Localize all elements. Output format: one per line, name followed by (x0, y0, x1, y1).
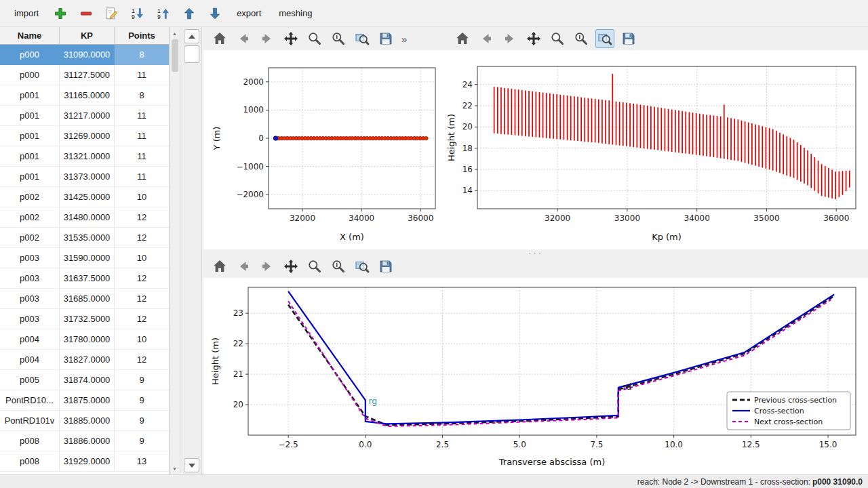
pan-button[interactable] (524, 29, 543, 48)
back-button[interactable] (234, 257, 253, 276)
table-row[interactable]: p00331732.500012 (0, 309, 169, 329)
table-row[interactable]: p00031090.00008 (0, 45, 169, 65)
zoom-original-button[interactable] (329, 29, 348, 48)
back-button[interactable] (234, 29, 253, 48)
move-down-button[interactable] (206, 5, 224, 22)
table-row[interactable]: p00431827.000012 (0, 350, 169, 370)
table-scrollbar-thumb[interactable] (172, 39, 178, 72)
scroll-down-arrow-icon[interactable]: ▼ (170, 464, 180, 473)
table-scrollbar[interactable]: ▲ ▼ (170, 27, 180, 474)
table-row[interactable]: p00231425.000010 (0, 187, 169, 207)
forward-button[interactable] (258, 257, 277, 276)
table-cell: p002 (0, 187, 60, 207)
move-up-button[interactable] (180, 5, 198, 22)
table-row[interactable]: p00531874.00009 (0, 370, 169, 390)
svg-text:10.0: 10.0 (665, 440, 683, 449)
table-row[interactable]: p00031127.500011 (0, 65, 169, 85)
table-row[interactable]: p00131165.00008 (0, 85, 169, 106)
longitudinal-profile-canvas[interactable]: 3200033000340003500036000141618202224Kp … (446, 50, 868, 249)
table-row[interactable]: p00331685.000012 (0, 289, 169, 309)
table-cell: p005 (0, 370, 60, 390)
home-button[interactable] (210, 29, 229, 48)
pan-button[interactable] (281, 257, 300, 276)
zoom-rect-button[interactable] (353, 29, 372, 48)
svg-text:20: 20 (233, 400, 243, 409)
zoom-rect-button[interactable] (353, 257, 372, 276)
edit-cross-section-button[interactable] (103, 5, 121, 22)
zoom-original-button[interactable] (572, 29, 591, 48)
table-row[interactable]: PontRD10...31875.00009 (0, 390, 169, 411)
column-header-name[interactable]: Name (0, 27, 60, 45)
save-icon (620, 30, 637, 47)
svg-text:1: 1 (132, 7, 135, 14)
toolbar-overflow-button[interactable]: » (401, 33, 407, 45)
column-header-kp[interactable]: KP (60, 27, 115, 45)
svg-text:−2.5: −2.5 (279, 440, 298, 449)
status-bar: reach: Node 2 -> Downstream 1 - cross-se… (0, 474, 868, 488)
table-row[interactable]: p00331590.000010 (0, 248, 169, 268)
svg-text:−1000: −1000 (236, 162, 264, 171)
panel-scrollbar-thumb[interactable] (184, 45, 199, 63)
home-button[interactable] (210, 257, 229, 276)
table-cell: p001 (0, 167, 60, 187)
table-row[interactable]: p00231535.000012 (0, 228, 169, 248)
forward-button[interactable] (258, 29, 277, 48)
panel-scrollbar (182, 27, 202, 474)
forward-button[interactable] (500, 29, 519, 48)
column-header-points[interactable]: Points (115, 27, 170, 45)
table-cell: 10 (115, 187, 170, 207)
svg-text:7.5: 7.5 (590, 440, 603, 449)
home-button[interactable] (453, 29, 472, 48)
svg-text:Next cross-section: Next cross-section (754, 418, 823, 426)
export-button[interactable]: export (232, 5, 266, 22)
zoom-button[interactable] (305, 29, 324, 48)
table-row[interactable]: PontRD101v31885.00009 (0, 411, 169, 431)
table-cell: 12 (115, 289, 170, 309)
table-cell: 12 (115, 350, 170, 370)
zoom-button[interactable] (305, 257, 324, 276)
svg-text:24: 24 (462, 80, 473, 89)
sort-descending-button[interactable]: 19 (155, 5, 172, 22)
svg-text:35000: 35000 (753, 214, 779, 223)
sort-ascending-button[interactable]: 19 (129, 5, 146, 22)
table-row[interactable]: p00431780.000010 (0, 329, 169, 350)
table-cell: PontRD10... (0, 390, 60, 411)
zoom-rect-button[interactable] (595, 29, 614, 48)
save-button[interactable] (376, 29, 395, 48)
import-button[interactable]: import (9, 5, 43, 22)
table-row[interactable]: p00131269.000011 (0, 126, 169, 146)
zoom-button[interactable] (548, 29, 567, 48)
scroll-down-button[interactable] (184, 458, 199, 472)
meshing-button[interactable]: meshing (274, 5, 317, 22)
cross-section-canvas[interactable]: −2.50.02.55.07.510.012.515.020212223Tran… (203, 278, 868, 474)
save-button[interactable] (376, 257, 395, 276)
table-cell: p003 (0, 248, 60, 268)
svg-text:2.5: 2.5 (436, 440, 449, 449)
table-row[interactable]: p00131321.000011 (0, 146, 169, 167)
table-row[interactable]: p00831886.00009 (0, 431, 169, 451)
scroll-up-button[interactable] (184, 29, 199, 43)
table-row[interactable]: p00831929.000013 (0, 451, 169, 472)
table-cell: 31929.0000 (60, 451, 115, 472)
zoom-original-button[interactable] (329, 257, 348, 276)
pan-button[interactable] (281, 29, 300, 48)
table-row[interactable]: p00131217.000011 (0, 106, 169, 126)
add-cross-section-button[interactable] (52, 5, 69, 22)
svg-text:5.0: 5.0 (513, 440, 526, 449)
longitudinal-profile-plot: 3200033000340003500036000141618202224Kp … (446, 50, 868, 249)
scroll-up-arrow-icon[interactable]: ▲ (170, 28, 180, 38)
table-cell: p000 (0, 65, 60, 85)
table-row[interactable]: p00131373.000011 (0, 167, 169, 187)
table-row[interactable]: p00331637.500012 (0, 268, 169, 289)
back-button[interactable] (477, 29, 496, 48)
pan-icon (283, 30, 299, 47)
plan-view-canvas[interactable]: 320003400036000−2000−1000010002000X (m)Y… (203, 50, 446, 249)
table-row[interactable]: p00231480.000012 (0, 207, 169, 228)
remove-cross-section-button[interactable] (77, 5, 95, 22)
svg-text:Kp (m): Kp (m) (652, 232, 682, 242)
main-toolbar: import1919exportmeshing (0, 0, 868, 27)
table-cell: p001 (0, 126, 60, 146)
save-button[interactable] (619, 29, 638, 48)
svg-text:18: 18 (462, 144, 473, 153)
pan-icon (526, 30, 542, 47)
